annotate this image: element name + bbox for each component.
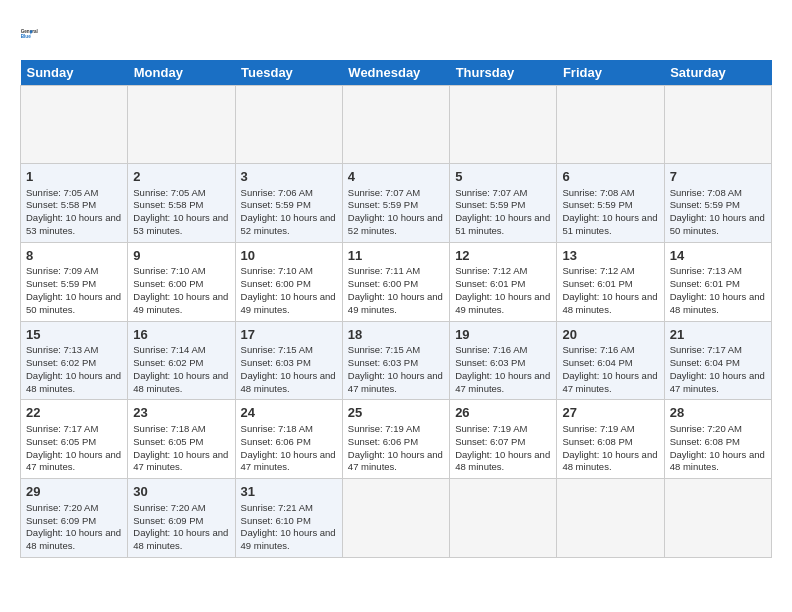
daylight: Daylight: 10 hours and 48 minutes. bbox=[455, 449, 550, 473]
calendar-cell: 13Sunrise: 7:12 AMSunset: 6:01 PMDayligh… bbox=[557, 242, 664, 321]
header: General Blue bbox=[20, 18, 772, 50]
week-row-5: 22Sunrise: 7:17 AMSunset: 6:05 PMDayligh… bbox=[21, 400, 772, 479]
day-number: 14 bbox=[670, 247, 766, 265]
daylight: Daylight: 10 hours and 48 minutes. bbox=[670, 449, 765, 473]
daylight: Daylight: 10 hours and 53 minutes. bbox=[133, 212, 228, 236]
daylight: Daylight: 10 hours and 52 minutes. bbox=[348, 212, 443, 236]
sunrise: Sunrise: 7:08 AM bbox=[562, 187, 634, 198]
logo: General Blue bbox=[20, 18, 52, 50]
sunrise: Sunrise: 7:20 AM bbox=[26, 502, 98, 513]
daylight: Daylight: 10 hours and 47 minutes. bbox=[562, 370, 657, 394]
calendar-cell bbox=[557, 86, 664, 164]
sunset: Sunset: 6:08 PM bbox=[562, 436, 632, 447]
day-number: 4 bbox=[348, 168, 444, 186]
calendar-cell: 12Sunrise: 7:12 AMSunset: 6:01 PMDayligh… bbox=[450, 242, 557, 321]
sunrise: Sunrise: 7:13 AM bbox=[670, 265, 742, 276]
day-header-wednesday: Wednesday bbox=[342, 60, 449, 86]
calendar-cell bbox=[664, 86, 771, 164]
calendar-cell bbox=[235, 86, 342, 164]
day-number: 23 bbox=[133, 404, 229, 422]
sunrise: Sunrise: 7:19 AM bbox=[562, 423, 634, 434]
daylight: Daylight: 10 hours and 47 minutes. bbox=[241, 449, 336, 473]
sunset: Sunset: 6:00 PM bbox=[241, 278, 311, 289]
logo-icon: General Blue bbox=[20, 18, 52, 50]
daylight: Daylight: 10 hours and 48 minutes. bbox=[133, 527, 228, 551]
calendar-cell bbox=[342, 86, 449, 164]
calendar-cell bbox=[664, 479, 771, 558]
calendar-cell: 31Sunrise: 7:21 AMSunset: 6:10 PMDayligh… bbox=[235, 479, 342, 558]
calendar-cell: 22Sunrise: 7:17 AMSunset: 6:05 PMDayligh… bbox=[21, 400, 128, 479]
daylight: Daylight: 10 hours and 51 minutes. bbox=[455, 212, 550, 236]
day-header-monday: Monday bbox=[128, 60, 235, 86]
sunrise: Sunrise: 7:14 AM bbox=[133, 344, 205, 355]
day-number: 21 bbox=[670, 326, 766, 344]
daylight: Daylight: 10 hours and 49 minutes. bbox=[133, 291, 228, 315]
calendar-cell: 7Sunrise: 7:08 AMSunset: 5:59 PMDaylight… bbox=[664, 164, 771, 243]
day-number: 19 bbox=[455, 326, 551, 344]
sunset: Sunset: 5:59 PM bbox=[670, 199, 740, 210]
sunset: Sunset: 6:06 PM bbox=[241, 436, 311, 447]
daylight: Daylight: 10 hours and 47 minutes. bbox=[455, 370, 550, 394]
sunrise: Sunrise: 7:20 AM bbox=[670, 423, 742, 434]
sunset: Sunset: 6:02 PM bbox=[133, 357, 203, 368]
day-number: 22 bbox=[26, 404, 122, 422]
calendar-cell: 14Sunrise: 7:13 AMSunset: 6:01 PMDayligh… bbox=[664, 242, 771, 321]
calendar-cell bbox=[342, 479, 449, 558]
sunset: Sunset: 6:03 PM bbox=[455, 357, 525, 368]
day-number: 3 bbox=[241, 168, 337, 186]
sunrise: Sunrise: 7:18 AM bbox=[133, 423, 205, 434]
sunset: Sunset: 5:58 PM bbox=[133, 199, 203, 210]
sunset: Sunset: 6:05 PM bbox=[133, 436, 203, 447]
day-number: 6 bbox=[562, 168, 658, 186]
week-row-6: 29Sunrise: 7:20 AMSunset: 6:09 PMDayligh… bbox=[21, 479, 772, 558]
calendar-cell: 6Sunrise: 7:08 AMSunset: 5:59 PMDaylight… bbox=[557, 164, 664, 243]
day-number: 30 bbox=[133, 483, 229, 501]
day-number: 11 bbox=[348, 247, 444, 265]
sunrise: Sunrise: 7:10 AM bbox=[241, 265, 313, 276]
sunset: Sunset: 6:05 PM bbox=[26, 436, 96, 447]
sunrise: Sunrise: 7:13 AM bbox=[26, 344, 98, 355]
day-number: 15 bbox=[26, 326, 122, 344]
daylight: Daylight: 10 hours and 50 minutes. bbox=[670, 212, 765, 236]
sunset: Sunset: 5:59 PM bbox=[455, 199, 525, 210]
day-number: 18 bbox=[348, 326, 444, 344]
daylight: Daylight: 10 hours and 47 minutes. bbox=[348, 449, 443, 473]
week-row-2: 1Sunrise: 7:05 AMSunset: 5:58 PMDaylight… bbox=[21, 164, 772, 243]
daylight: Daylight: 10 hours and 48 minutes. bbox=[26, 370, 121, 394]
sunset: Sunset: 6:03 PM bbox=[348, 357, 418, 368]
day-number: 16 bbox=[133, 326, 229, 344]
daylight: Daylight: 10 hours and 47 minutes. bbox=[26, 449, 121, 473]
daylight: Daylight: 10 hours and 47 minutes. bbox=[133, 449, 228, 473]
day-number: 9 bbox=[133, 247, 229, 265]
sunrise: Sunrise: 7:17 AM bbox=[26, 423, 98, 434]
calendar-cell: 17Sunrise: 7:15 AMSunset: 6:03 PMDayligh… bbox=[235, 321, 342, 400]
calendar-table: SundayMondayTuesdayWednesdayThursdayFrid… bbox=[20, 60, 772, 558]
day-number: 27 bbox=[562, 404, 658, 422]
sunrise: Sunrise: 7:07 AM bbox=[455, 187, 527, 198]
svg-text:Blue: Blue bbox=[21, 34, 31, 39]
sunset: Sunset: 6:06 PM bbox=[348, 436, 418, 447]
sunset: Sunset: 5:58 PM bbox=[26, 199, 96, 210]
day-number: 12 bbox=[455, 247, 551, 265]
sunrise: Sunrise: 7:19 AM bbox=[455, 423, 527, 434]
sunrise: Sunrise: 7:16 AM bbox=[562, 344, 634, 355]
sunrise: Sunrise: 7:19 AM bbox=[348, 423, 420, 434]
calendar-cell bbox=[128, 86, 235, 164]
calendar-cell: 29Sunrise: 7:20 AMSunset: 6:09 PMDayligh… bbox=[21, 479, 128, 558]
daylight: Daylight: 10 hours and 49 minutes. bbox=[455, 291, 550, 315]
week-row-1 bbox=[21, 86, 772, 164]
sunrise: Sunrise: 7:05 AM bbox=[133, 187, 205, 198]
daylight: Daylight: 10 hours and 47 minutes. bbox=[348, 370, 443, 394]
day-number: 7 bbox=[670, 168, 766, 186]
sunrise: Sunrise: 7:15 AM bbox=[348, 344, 420, 355]
calendar-cell: 9Sunrise: 7:10 AMSunset: 6:00 PMDaylight… bbox=[128, 242, 235, 321]
day-number: 17 bbox=[241, 326, 337, 344]
day-number: 10 bbox=[241, 247, 337, 265]
calendar-cell: 18Sunrise: 7:15 AMSunset: 6:03 PMDayligh… bbox=[342, 321, 449, 400]
sunrise: Sunrise: 7:16 AM bbox=[455, 344, 527, 355]
calendar-cell: 10Sunrise: 7:10 AMSunset: 6:00 PMDayligh… bbox=[235, 242, 342, 321]
daylight: Daylight: 10 hours and 49 minutes. bbox=[241, 291, 336, 315]
calendar-cell: 21Sunrise: 7:17 AMSunset: 6:04 PMDayligh… bbox=[664, 321, 771, 400]
day-number: 24 bbox=[241, 404, 337, 422]
calendar-cell: 28Sunrise: 7:20 AMSunset: 6:08 PMDayligh… bbox=[664, 400, 771, 479]
